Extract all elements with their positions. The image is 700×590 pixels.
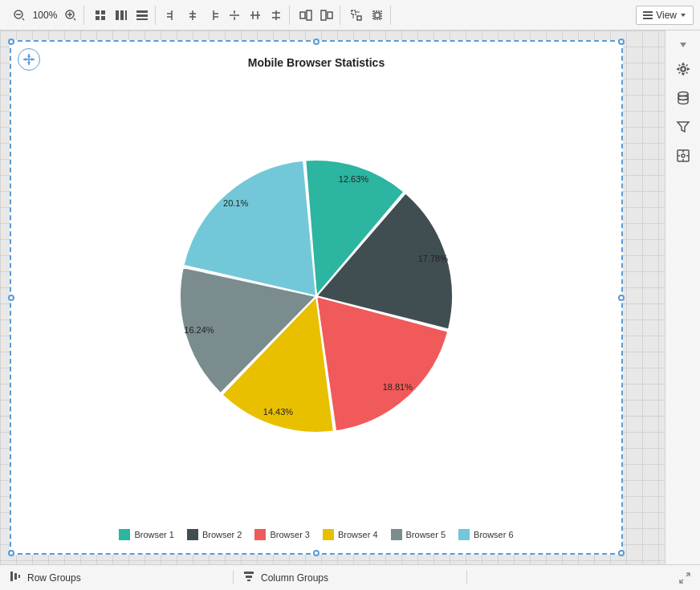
transform-btn2[interactable] xyxy=(368,6,387,25)
size-btn2[interactable] xyxy=(317,6,336,25)
svg-rect-11 xyxy=(116,10,119,20)
main-area: Mobile Browser Statistics 12.63%17.78%18… xyxy=(0,31,700,564)
align-group xyxy=(159,6,290,25)
handle-top-right[interactable] xyxy=(618,39,625,45)
legend-item-0: Browser 1 xyxy=(119,529,174,540)
legend-label-5: Browser 6 xyxy=(474,530,514,539)
zoom-out-button[interactable] xyxy=(10,6,29,25)
right-sidebar xyxy=(665,31,700,564)
view-mode-btn2[interactable] xyxy=(112,6,131,25)
pie-area: 12.63%17.78%18.81%14.43%16.24%20.1% xyxy=(11,69,621,523)
bottom-right-section xyxy=(467,572,700,584)
legend-color-4 xyxy=(391,529,402,540)
svg-rect-15 xyxy=(136,14,148,17)
legend-label-0: Browser 1 xyxy=(134,530,174,539)
sidebar-collapse-btn[interactable] xyxy=(670,37,696,53)
svg-rect-35 xyxy=(300,12,305,18)
handle-middle-right[interactable] xyxy=(618,295,625,301)
align-btn2[interactable] xyxy=(183,6,202,25)
svg-marker-48 xyxy=(681,14,686,17)
align-btn5[interactable] xyxy=(246,6,265,25)
svg-rect-9 xyxy=(96,16,100,20)
svg-marker-53 xyxy=(23,58,26,61)
view-mode-btn1[interactable] xyxy=(91,6,110,25)
chart-container: Mobile Browser Statistics 12.63%17.78%18… xyxy=(10,40,623,555)
svg-rect-10 xyxy=(101,16,105,20)
handle-middle-left[interactable] xyxy=(8,295,14,301)
svg-marker-60 xyxy=(678,122,689,132)
align-btn6[interactable] xyxy=(267,6,286,25)
pie-label-2: 18.81% xyxy=(383,381,413,391)
view-button[interactable]: View xyxy=(636,6,694,25)
align-btn3[interactable] xyxy=(204,6,223,25)
settings-button[interactable] xyxy=(670,56,696,82)
legend-label-3: Browser 4 xyxy=(338,530,378,539)
svg-rect-66 xyxy=(244,572,254,574)
chart-title: Mobile Browser Statistics xyxy=(248,56,385,69)
filter-button[interactable] xyxy=(670,114,696,140)
handle-bottom-right[interactable] xyxy=(618,550,625,556)
zoom-group: 100% xyxy=(6,6,84,25)
legend-color-3 xyxy=(323,529,334,540)
svg-point-59 xyxy=(678,96,688,100)
handle-top-center[interactable] xyxy=(313,39,319,45)
legend-color-2 xyxy=(254,529,266,540)
svg-rect-36 xyxy=(307,10,311,20)
pie-label-0: 12.63% xyxy=(339,173,369,183)
legend-color-1 xyxy=(187,529,198,540)
legend-item-2: Browser 3 xyxy=(254,529,310,540)
svg-rect-37 xyxy=(321,10,326,20)
canvas[interactable]: Mobile Browser Statistics 12.63%17.78%18… xyxy=(0,31,665,564)
align-btn1[interactable] xyxy=(162,6,181,25)
row-groups-icon xyxy=(10,571,21,584)
pie-chart: 12.63%17.78%18.81%14.43%16.24%20.1% xyxy=(148,128,485,465)
view-mode-btn3[interactable] xyxy=(132,6,152,25)
svg-rect-39 xyxy=(352,10,356,14)
pie-label-5: 20.1% xyxy=(223,198,248,208)
column-groups-label: Column Groups xyxy=(261,572,328,584)
zoom-in-button[interactable] xyxy=(61,6,80,25)
svg-rect-12 xyxy=(120,10,124,20)
svg-rect-68 xyxy=(247,580,250,581)
align-btn4[interactable] xyxy=(225,6,244,25)
legend-item-3: Browser 4 xyxy=(323,529,378,540)
bottom-bar: Row Groups Column Groups xyxy=(0,564,700,590)
size-btn1[interactable] xyxy=(296,6,315,25)
svg-marker-51 xyxy=(27,54,31,57)
svg-rect-38 xyxy=(328,12,332,18)
expand-icon xyxy=(679,572,690,584)
svg-rect-14 xyxy=(136,10,148,13)
svg-marker-55 xyxy=(680,43,686,47)
svg-rect-7 xyxy=(96,10,100,14)
pie-label-4: 16.24% xyxy=(184,325,214,335)
legend-item-4: Browser 5 xyxy=(391,529,446,540)
handle-bottom-center[interactable] xyxy=(313,550,319,556)
legend-label-1: Browser 2 xyxy=(202,530,242,539)
handle-bottom-left[interactable] xyxy=(8,550,14,556)
move-handle[interactable] xyxy=(18,48,40,71)
legend-color-0 xyxy=(119,529,130,540)
svg-rect-40 xyxy=(357,16,361,20)
database-button[interactable] xyxy=(670,85,696,111)
view-mode-group xyxy=(88,6,156,25)
svg-rect-44 xyxy=(375,13,380,18)
column-groups-icon xyxy=(243,571,254,584)
column-groups-section: Column Groups xyxy=(234,571,467,584)
handle-top-left[interactable] xyxy=(8,39,14,45)
pie-label-1: 17.78% xyxy=(418,254,449,263)
legend-color-5 xyxy=(458,529,470,540)
zoom-value: 100% xyxy=(31,10,59,21)
transform-btn1[interactable] xyxy=(347,6,366,25)
legend-item-1: Browser 2 xyxy=(187,529,242,540)
svg-line-2 xyxy=(22,18,24,20)
svg-rect-45 xyxy=(643,11,653,13)
svg-rect-67 xyxy=(246,576,252,578)
chart-legend: Browser 1Browser 2Browser 3Browser 4Brow… xyxy=(119,523,513,553)
edit-button[interactable] xyxy=(670,143,696,169)
svg-line-6 xyxy=(74,18,75,20)
svg-rect-8 xyxy=(101,10,105,14)
svg-point-62 xyxy=(682,154,685,157)
svg-rect-46 xyxy=(643,14,653,16)
legend-item-5: Browser 6 xyxy=(458,529,514,540)
svg-marker-52 xyxy=(27,62,31,65)
